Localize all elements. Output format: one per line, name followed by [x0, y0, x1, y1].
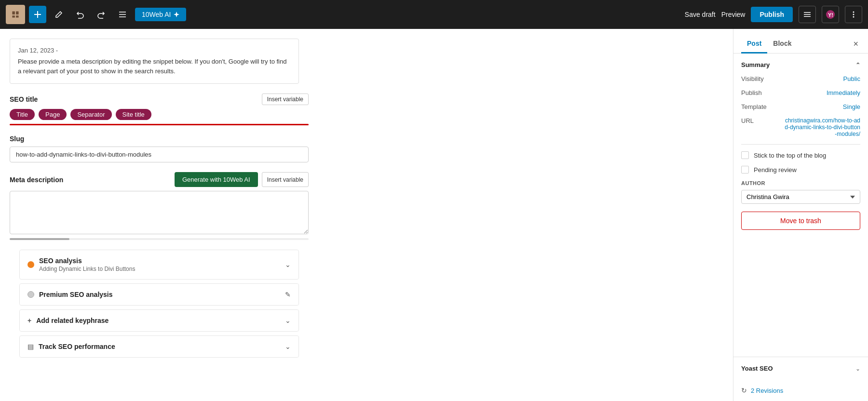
char-count-bar — [10, 238, 309, 240]
premium-seo-dot — [27, 291, 34, 298]
track-seo-accordion: ▤ Track SEO performance ⌄ — [19, 335, 299, 358]
seo-analysis-accordion: SEO analysis Adding Dynamic Links to Div… — [19, 250, 299, 280]
related-keyphrase-chevron-icon: ⌄ — [285, 317, 291, 324]
settings-icon-button[interactable] — [799, 6, 816, 23]
seo-analysis-chevron-icon: ⌄ — [285, 261, 291, 268]
meta-desc-label: Meta description — [10, 176, 63, 184]
seo-tag-separator[interactable]: Separator — [70, 109, 111, 120]
related-keyphrase-plus-icon: + — [27, 317, 31, 324]
char-bar-fill — [10, 238, 69, 240]
yoast-title: Yoast SEO — [741, 365, 773, 372]
seo-analysis-dot — [27, 261, 34, 268]
svg-rect-0 — [10, 9, 21, 20]
revisions-text[interactable]: 2 Revisions — [751, 387, 783, 394]
seo-tag-site-title[interactable]: Site title — [116, 109, 151, 120]
10web-ai-button[interactable]: 10Web AI — [135, 8, 186, 21]
tab-block[interactable]: Block — [767, 35, 797, 53]
yoast-section: Yoast SEO ⌄ — [733, 357, 868, 380]
seo-tag-title[interactable]: Title — [10, 109, 35, 120]
preview-button[interactable]: Preview — [721, 11, 746, 18]
track-seo-chevron-icon: ⌄ — [285, 343, 291, 350]
seo-analysis-header[interactable]: SEO analysis Adding Dynamic Links to Div… — [20, 250, 298, 279]
template-value[interactable]: Single — [843, 103, 860, 110]
meta-description-textarea[interactable] — [10, 191, 309, 234]
track-seo-chart-icon: ▤ — [27, 343, 34, 350]
redo-button[interactable] — [93, 6, 110, 23]
sidebar-close-button[interactable]: × — [851, 37, 860, 51]
premium-seo-title: Premium SEO analysis — [39, 291, 113, 298]
svg-rect-4 — [16, 15, 19, 17]
stick-to-top-row: Stick to the top of the blog — [741, 151, 860, 159]
svg-text:Y!: Y! — [828, 12, 833, 18]
seo-title-label: SEO title Insert variable — [10, 94, 309, 105]
visibility-value[interactable]: Public — [843, 75, 860, 82]
undo-button[interactable] — [71, 6, 89, 23]
meta-insert-variable-button[interactable]: Insert variable — [262, 172, 309, 187]
sidebar-body: Summary ⌃ Visibility Public Publish Imme… — [733, 53, 868, 357]
publish-button[interactable]: Publish — [751, 7, 793, 22]
svg-rect-2 — [16, 11, 19, 14]
save-draft-button[interactable]: Save draft — [685, 11, 716, 18]
slug-label: Slug — [10, 135, 309, 143]
author-section: AUTHOR Christina Gwira — [741, 180, 860, 204]
related-keyphrase-title: Add related keyphrase — [36, 317, 108, 324]
seo-analysis-title: SEO analysis — [39, 257, 135, 265]
svg-rect-6 — [804, 14, 811, 15]
related-keyphrase-accordion: + Add related keyphrase ⌄ — [19, 309, 299, 332]
author-label: AUTHOR — [741, 180, 860, 186]
seo-analysis-icons: ⌄ — [285, 261, 291, 268]
template-row: Template Single — [741, 103, 860, 110]
pending-review-row: Pending review — [741, 166, 860, 174]
track-seo-icons: ⌄ — [285, 343, 291, 350]
author-select[interactable]: Christina Gwira — [741, 190, 860, 204]
summary-chevron-icon[interactable]: ⌃ — [855, 62, 860, 68]
url-row: URL christinagwira.com/how-to-add-dynami… — [741, 117, 860, 137]
publish-value[interactable]: Immediately — [827, 89, 860, 96]
seo-insert-variable-button[interactable]: Insert variable — [262, 94, 309, 105]
snippet-text: Please provide a meta description by edi… — [18, 57, 291, 76]
toolbar: 10Web AI Save draft Preview Publish Y! — [0, 0, 868, 29]
seo-tags-container: Title Page Separator Site title — [10, 109, 309, 120]
snippet-box: Jan 12, 2023 - Please provide a meta des… — [10, 39, 299, 84]
pencil-icon-button[interactable] — [50, 6, 68, 23]
generate-with-ai-button[interactable]: Generate with 10Web AI — [175, 172, 258, 187]
url-value[interactable]: christinagwira.com/how-to-add-dynamic-li… — [783, 117, 860, 137]
right-sidebar: Post Block × Summary ⌃ Visibility Public… — [733, 29, 868, 401]
related-keyphrase-header[interactable]: + Add related keyphrase ⌄ — [20, 310, 298, 331]
svg-rect-3 — [12, 15, 15, 17]
tab-post[interactable]: Post — [741, 35, 767, 53]
yoast-header[interactable]: Yoast SEO ⌄ — [741, 365, 860, 372]
pending-review-checkbox[interactable] — [741, 166, 749, 174]
summary-title: Summary ⌃ — [741, 61, 860, 68]
10web-ai-label: 10Web AI — [142, 11, 171, 18]
premium-seo-left: Premium SEO analysis — [27, 291, 113, 298]
related-keyphrase-icons: ⌄ — [285, 317, 291, 324]
yoast-icon-button[interactable]: Y! — [822, 6, 839, 23]
premium-seo-header[interactable]: Premium SEO analysis ✎ — [20, 284, 298, 305]
move-to-trash-button[interactable]: Move to trash — [741, 212, 860, 230]
track-seo-header[interactable]: ▤ Track SEO performance ⌄ — [20, 336, 298, 357]
svg-rect-5 — [804, 12, 811, 13]
accordion-wrapper: SEO analysis Adding Dynamic Links to Div… — [10, 250, 309, 371]
premium-seo-icons: ✎ — [285, 291, 291, 298]
add-block-button[interactable] — [29, 6, 46, 23]
visibility-row: Visibility Public — [741, 75, 860, 82]
revisions-row[interactable]: ↻ 2 Revisions — [733, 380, 868, 401]
track-seo-title: Track SEO performance — [39, 343, 115, 350]
sidebar-header: Post Block × — [733, 29, 868, 53]
slug-input[interactable] — [10, 147, 309, 162]
seo-title-section: SEO title Insert variable Title Page Sep… — [10, 94, 309, 125]
main-content: Jan 12, 2023 - Please provide a meta des… — [0, 29, 733, 401]
seo-tag-page[interactable]: Page — [39, 109, 67, 120]
revisions-icon: ↻ — [741, 387, 747, 394]
meta-desc-actions: Generate with 10Web AI Insert variable — [175, 172, 309, 187]
stick-to-top-checkbox[interactable] — [741, 151, 749, 159]
seo-analysis-subtitle: Adding Dynamic Links to Divi Buttons — [39, 266, 135, 272]
more-options-button[interactable] — [845, 6, 862, 23]
svg-rect-7 — [804, 16, 811, 17]
sidebar-divider — [741, 144, 860, 145]
premium-seo-edit-icon[interactable]: ✎ — [285, 291, 291, 298]
list-view-button[interactable] — [114, 6, 131, 23]
wp-logo[interactable] — [6, 5, 25, 24]
premium-seo-accordion: Premium SEO analysis ✎ — [19, 283, 299, 306]
